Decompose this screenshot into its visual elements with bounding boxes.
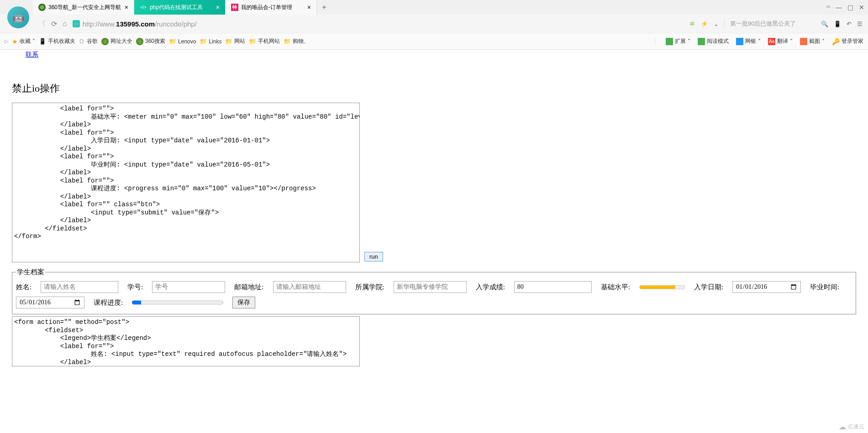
mobile-icon[interactable]: 📱: [834, 21, 841, 27]
close-icon[interactable]: ×: [216, 4, 220, 11]
address-row: 〈 ⟳ ⌂ http://www.135995.com/runcode/php/…: [33, 15, 868, 33]
student-form: 学生档案 姓名: 学号: 邮箱地址: 所属学院: 入学成绩: 基础水平: 入学日…: [12, 268, 856, 314]
close-icon[interactable]: ×: [307, 4, 311, 11]
tab-php[interactable]: </> php代码在线测试工具 ×: [134, 0, 226, 15]
id-label: 学号:: [127, 283, 143, 292]
bookmark-fav[interactable]: ★收藏 ˅: [12, 37, 35, 45]
email-label: 邮箱地址:: [234, 283, 263, 292]
news-ticker[interactable]: 第一批90后已做黑公关了: [724, 20, 815, 28]
school-input[interactable]: [394, 281, 467, 293]
score-label: 入学成绩:: [476, 283, 505, 292]
tab-title: 360导航_新一代安全上网导航: [48, 4, 121, 11]
tab-title: 我的唯品会-订单管理: [241, 4, 304, 11]
ext-bank[interactable]: 网银 ˅: [736, 37, 761, 45]
tab-favicon-nav: [38, 4, 46, 11]
home-icon[interactable]: ⌂: [63, 20, 67, 28]
id-input[interactable]: [152, 281, 225, 293]
enroll-date-label: 入学日期:: [694, 283, 723, 292]
url-bar[interactable]: http://www.135995.com/runcode/php/: [73, 20, 684, 28]
ext-read[interactable]: 阅读模式: [698, 37, 729, 45]
level-label: 基础水平:: [601, 283, 630, 292]
menu-icon[interactable]: ☰: [857, 21, 863, 27]
bookmark-shopping[interactable]: 📁购物、: [284, 37, 309, 45]
site-icon: [73, 20, 80, 27]
search-icon[interactable]: 🔍: [821, 21, 828, 27]
expand-icon[interactable]: ▷: [5, 38, 8, 44]
url-text: http://www.135995.com/runcode/php/: [83, 20, 197, 28]
tab-vip[interactable]: 特 我的唯品会-订单管理 ×: [226, 0, 317, 15]
ext-shot[interactable]: 截图 ˅: [800, 37, 825, 45]
watermark: ☁ 亿速云: [839, 423, 864, 431]
bookmark-mobile[interactable]: 📱手机收藏夹: [39, 37, 75, 45]
close-window-icon[interactable]: ✕: [859, 4, 864, 11]
email-input[interactable]: [273, 281, 346, 293]
ext-translate[interactable]: Aa翻译 ˅: [768, 37, 793, 45]
shield-icon[interactable]: ✲: [689, 20, 695, 27]
grad-date-label: 毕业时间:: [810, 283, 839, 292]
save-button[interactable]: 保存: [232, 297, 255, 308]
code-input[interactable]: [12, 103, 360, 262]
school-label: 所属学院:: [355, 283, 384, 292]
minimize-icon[interactable]: —: [836, 4, 842, 11]
maximize-icon[interactable]: ▢: [847, 4, 853, 11]
bookmark-360search[interactable]: 360搜索: [136, 37, 165, 45]
grad-date-input[interactable]: [16, 297, 84, 308]
dropdown-icon[interactable]: ⌄: [714, 21, 719, 27]
bookmark-nav[interactable]: 网址大全: [101, 37, 132, 45]
close-icon[interactable]: ×: [125, 4, 128, 11]
output-box[interactable]: <form action="" method="post"> <fieldset…: [12, 316, 360, 366]
top-link[interactable]: 联系: [26, 51, 38, 59]
score-input[interactable]: [514, 281, 592, 293]
tab-favicon-php: </>: [140, 4, 147, 11]
avatar[interactable]: 🤖: [7, 6, 29, 28]
window-controls: ⌔ — ▢ ✕: [823, 4, 868, 11]
tab-360nav[interactable]: 360导航_新一代安全上网导航 ×: [33, 0, 134, 15]
page-content: 联系 禁止io操作 run 学生档案 姓名: 学号: 邮箱地址: 所属学院: 入…: [0, 50, 868, 366]
bookmark-links[interactable]: 📁Links: [200, 38, 221, 45]
progress-bar: [132, 298, 223, 307]
undo-icon[interactable]: ↶: [847, 21, 852, 27]
tab-row: 360导航_新一代安全上网导航 × </> php代码在线测试工具 × 特 我的…: [0, 0, 868, 15]
run-button[interactable]: run: [364, 252, 383, 261]
name-label: 姓名:: [16, 283, 32, 292]
page-title: 禁止io操作: [12, 82, 859, 95]
bookmark-google[interactable]: 🗋谷歌: [79, 37, 98, 45]
cloud-icon: ☁: [839, 423, 846, 431]
level-meter: [639, 283, 685, 291]
browser-chrome: 🤖 360导航_新一代安全上网导航 × </> php代码在线测试工具 × 特 …: [0, 0, 868, 50]
reload-icon[interactable]: ⟳: [51, 20, 57, 28]
new-tab-button[interactable]: +: [317, 0, 331, 15]
tab-title: php代码在线测试工具: [150, 4, 212, 11]
bolt-icon[interactable]: ⚡: [700, 20, 708, 27]
tab-favicon-vip: 特: [231, 4, 238, 11]
progress-label: 课程进度:: [94, 298, 123, 307]
wardrobe-icon[interactable]: ⌔: [826, 4, 830, 11]
ext-login[interactable]: 🔑登录管家: [832, 37, 863, 45]
form-legend: 学生档案: [16, 268, 45, 276]
ext-expand[interactable]: 扩展 ˅: [666, 37, 690, 45]
bookmark-sites[interactable]: 📁网站: [225, 37, 245, 45]
back-icon[interactable]: 〈: [38, 19, 46, 29]
enroll-date-input[interactable]: [732, 281, 801, 293]
bookmark-lenovo[interactable]: 📁Lenovo: [169, 38, 196, 45]
name-input[interactable]: [41, 281, 118, 293]
bookmark-row: ▷ ★收藏 ˅ 📱手机收藏夹 🗋谷歌 网址大全 360搜索 📁Lenovo 📁L…: [0, 33, 868, 49]
bookmark-mobile-sites[interactable]: 📁手机网站: [249, 37, 280, 45]
